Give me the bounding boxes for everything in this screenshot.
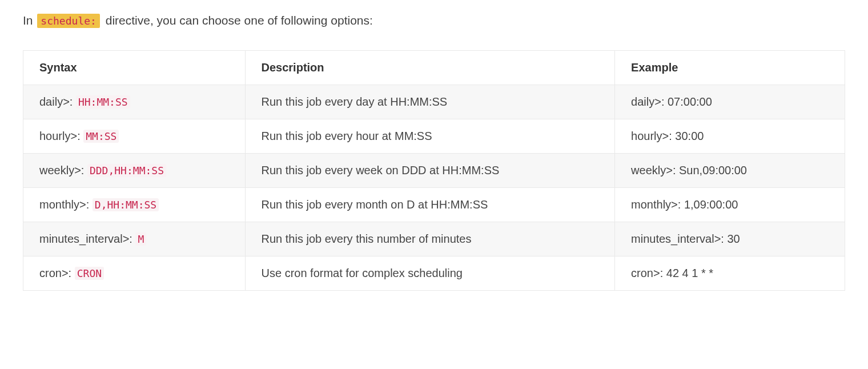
cell-example: monthly>: 1,09:00:00 [615,187,845,222]
table-row: cron>: CRON Use cron format for complex … [23,256,845,290]
intro-highlight-code: schedule: [37,14,100,28]
header-syntax: Syntax [23,50,246,85]
intro-paragraph: In schedule: directive, you can choose o… [23,11,845,30]
syntax-code: DDD,HH:MM:SS [87,164,166,177]
syntax-prefix: hourly>: [39,130,83,142]
cell-syntax: daily>: HH:MM:SS [23,85,246,119]
table-row: hourly>: MM:SS Run this job every hour a… [23,119,845,153]
intro-prefix: In [23,14,36,27]
cell-syntax: minutes_interval>: M [23,222,246,256]
cell-example: minutes_interval>: 30 [615,222,845,256]
table-header-row: Syntax Description Example [23,50,845,85]
cell-example: hourly>: 30:00 [615,119,845,153]
syntax-code: MM:SS [83,130,119,143]
cell-example: weekly>: Sun,09:00:00 [615,153,845,187]
table-row: daily>: HH:MM:SS Run this job every day … [23,85,845,119]
cell-syntax: cron>: CRON [23,256,246,290]
cell-description: Run this job every month on D at HH:MM:S… [245,187,615,222]
cell-description: Run this job every day at HH:MM:SS [245,85,615,119]
schedule-options-table: Syntax Description Example daily>: HH:MM… [23,50,845,291]
syntax-code: D,HH:MM:SS [93,198,159,211]
cell-syntax: monthly>: D,HH:MM:SS [23,187,246,222]
header-description: Description [245,50,615,85]
cell-description: Run this job every hour at MM:SS [245,119,615,153]
cell-example: daily>: 07:00:00 [615,85,845,119]
syntax-code: CRON [75,267,104,280]
syntax-code: M [135,232,146,246]
table-row: weekly>: DDD,HH:MM:SS Run this job every… [23,153,845,187]
cell-description: Use cron format for complex scheduling [245,256,615,290]
table-row: monthly>: D,HH:MM:SS Run this job every … [23,187,845,222]
cell-example: cron>: 42 4 1 * * [615,256,845,290]
cell-description: Run this job every week on DDD at HH:MM:… [245,153,615,187]
intro-suffix: directive, you can choose one of followi… [102,14,373,27]
syntax-prefix: monthly>: [39,198,93,211]
syntax-prefix: daily>: [39,95,76,108]
syntax-prefix: weekly>: [39,164,87,177]
header-example: Example [615,50,845,85]
table-body: daily>: HH:MM:SS Run this job every day … [23,85,845,290]
syntax-prefix: cron>: [39,267,75,279]
table-row: minutes_interval>: M Run this job every … [23,222,845,256]
cell-syntax: hourly>: MM:SS [23,119,246,153]
syntax-code: HH:MM:SS [76,95,130,109]
syntax-prefix: minutes_interval>: [39,232,135,245]
cell-syntax: weekly>: DDD,HH:MM:SS [23,153,246,187]
cell-description: Run this job every this number of minute… [245,222,615,256]
